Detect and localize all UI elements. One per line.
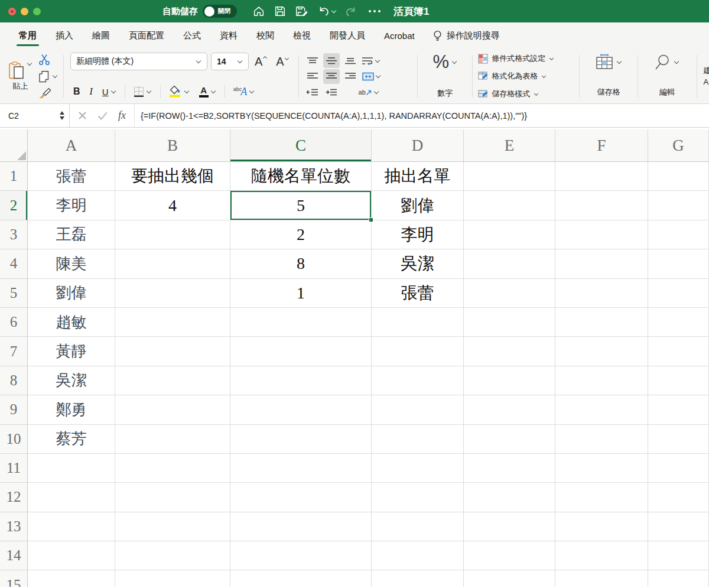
cell-B3[interactable] xyxy=(115,220,230,249)
align-center-button[interactable] xyxy=(323,69,340,84)
cut-button[interactable] xyxy=(38,54,50,65)
paste-chevron-icon[interactable] xyxy=(27,60,32,65)
cell-F14[interactable] xyxy=(555,541,648,570)
cell-A5[interactable]: 劉偉 xyxy=(28,279,115,308)
cell-D4[interactable]: 吳潔 xyxy=(372,249,464,278)
cell-D7[interactable] xyxy=(372,337,464,366)
cell-A14[interactable] xyxy=(28,541,115,570)
cell-A12[interactable] xyxy=(28,483,115,512)
column-header-F[interactable]: F xyxy=(555,129,648,162)
cell-E7[interactable] xyxy=(464,337,555,366)
name-box[interactable]: C2 xyxy=(0,104,70,127)
cells-chevron-icon[interactable] xyxy=(617,59,622,63)
cell-C15[interactable] xyxy=(230,570,372,587)
cell-B11[interactable] xyxy=(115,454,230,483)
cell-D3[interactable]: 李明 xyxy=(372,220,464,249)
cell-D13[interactable] xyxy=(372,512,464,541)
column-header-E[interactable]: E xyxy=(464,129,555,162)
percent-style-button[interactable]: % xyxy=(432,53,457,71)
align-left-button[interactable] xyxy=(304,69,321,84)
cell-A6[interactable]: 趙敏 xyxy=(28,308,115,337)
row-header-5[interactable]: 5 xyxy=(0,279,28,308)
cell-F8[interactable] xyxy=(555,366,648,395)
font-name-select[interactable]: 新細明體 (本文) xyxy=(70,53,207,70)
paste-button[interactable]: 貼上 xyxy=(5,61,36,92)
format-as-table-chevron-icon[interactable] xyxy=(542,73,546,77)
cell-B15[interactable] xyxy=(115,570,230,587)
format-painter-button[interactable] xyxy=(38,87,51,99)
editing-chevron-icon[interactable] xyxy=(674,59,679,64)
increase-indent-button[interactable] xyxy=(323,85,340,99)
cell-F11[interactable] xyxy=(555,454,648,483)
font-color-chevron-icon[interactable] xyxy=(210,89,215,93)
orientation-button[interactable]: ab xyxy=(357,89,380,96)
cell-E2[interactable] xyxy=(464,191,555,220)
cell-A10[interactable]: 蔡芳 xyxy=(28,425,115,454)
underline-chevron-icon[interactable] xyxy=(110,89,115,93)
cell-styles-button[interactable]: 儲存格樣式 xyxy=(478,89,574,99)
cell-A1[interactable]: 張蕾 xyxy=(28,162,115,191)
cell-G15[interactable] xyxy=(648,570,709,587)
wrap-text-button[interactable] xyxy=(361,57,382,65)
row-header-10[interactable]: 10 xyxy=(0,425,28,454)
cell-G9[interactable] xyxy=(648,395,709,424)
cell-B8[interactable] xyxy=(115,366,230,395)
cell-G6[interactable] xyxy=(648,308,709,337)
undo-menu-chevron-icon[interactable] xyxy=(331,8,336,12)
row-header-9[interactable]: 9 xyxy=(0,395,28,424)
decrease-font-size-button[interactable]: A xyxy=(274,55,291,69)
underline-button[interactable]: U xyxy=(99,83,119,100)
cell-C5[interactable]: 1 xyxy=(230,279,372,308)
column-header-B[interactable]: B xyxy=(115,129,230,162)
decrease-indent-button[interactable] xyxy=(304,85,321,99)
cell-C13[interactable] xyxy=(230,512,372,541)
tab-7[interactable]: 檢視 xyxy=(284,22,320,49)
cell-G13[interactable] xyxy=(648,512,709,541)
cell-E11[interactable] xyxy=(464,454,555,483)
wrap-text-chevron-icon[interactable] xyxy=(375,57,379,62)
tab-8[interactable]: 開發人員 xyxy=(320,22,375,49)
cell-F12[interactable] xyxy=(555,483,648,512)
cell-B4[interactable] xyxy=(115,249,230,278)
italic-button[interactable]: I xyxy=(87,83,96,100)
cell-G10[interactable] xyxy=(648,425,709,454)
save-as-icon[interactable] xyxy=(295,5,309,18)
cell-styles-chevron-icon[interactable] xyxy=(534,91,538,95)
cell-G1[interactable] xyxy=(648,162,709,191)
autosave-toggle[interactable]: 關閉 xyxy=(203,5,237,18)
cell-B5[interactable] xyxy=(115,279,230,308)
cell-E10[interactable] xyxy=(464,425,555,454)
row-header-7[interactable]: 7 xyxy=(0,337,28,366)
cell-B2[interactable]: 4 xyxy=(115,191,230,220)
cell-B13[interactable] xyxy=(115,512,230,541)
select-all-corner[interactable] xyxy=(0,129,28,162)
more-toolbar-icon[interactable] xyxy=(369,10,380,12)
cell-C6[interactable] xyxy=(230,308,372,337)
orientation-chevron-icon[interactable] xyxy=(374,89,379,93)
cell-C3[interactable]: 2 xyxy=(230,220,372,249)
name-box-spinner[interactable] xyxy=(60,111,64,120)
cell-C8[interactable] xyxy=(230,366,372,395)
tab-6[interactable]: 校閱 xyxy=(247,22,284,49)
cell-E1[interactable] xyxy=(464,162,555,191)
cell-A11[interactable] xyxy=(28,454,115,483)
phonetic-chevron-icon[interactable] xyxy=(249,89,254,93)
cell-D12[interactable] xyxy=(372,483,464,512)
align-bottom-button[interactable] xyxy=(342,53,359,68)
row-header-4[interactable]: 4 xyxy=(0,249,28,278)
cell-D9[interactable] xyxy=(372,395,464,424)
tab-3[interactable]: 頁面配置 xyxy=(119,22,174,49)
tab-9[interactable]: Acrobat xyxy=(375,22,424,49)
row-header-6[interactable]: 6 xyxy=(0,308,28,337)
bold-button[interactable]: B xyxy=(70,83,83,100)
cell-C10[interactable] xyxy=(230,425,372,454)
cell-C12[interactable] xyxy=(230,483,372,512)
minimize-window-button[interactable] xyxy=(21,8,28,15)
save-icon[interactable] xyxy=(274,5,287,18)
formula-input[interactable]: {=IF(ROW()-1<=B2,SORTBY(SEQUENCE(COUNTA(… xyxy=(134,104,709,127)
font-color-button[interactable]: A xyxy=(196,83,219,100)
align-middle-button[interactable] xyxy=(323,53,340,68)
cell-E12[interactable] xyxy=(464,483,555,512)
cell-D1[interactable]: 抽出名單 xyxy=(372,162,464,191)
fill-color-chevron-icon[interactable] xyxy=(184,89,188,93)
